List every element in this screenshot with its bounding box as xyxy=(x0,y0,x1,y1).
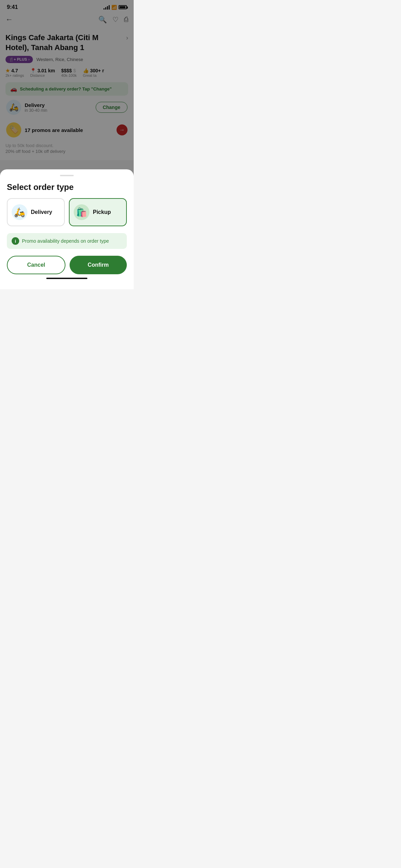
sheet-title: Select order type xyxy=(7,182,127,192)
info-icon: i xyxy=(12,237,19,245)
delivery-option-label: Delivery xyxy=(31,209,52,215)
sheet-handle xyxy=(60,175,74,176)
home-indicator xyxy=(46,278,87,279)
confirm-button[interactable]: Confirm xyxy=(70,256,127,274)
promo-info-banner: i Promo availability depends on order ty… xyxy=(7,233,127,249)
bottom-sheet: Select order type 🛵 Delivery 🛍️ Pickup i… xyxy=(0,169,134,289)
action-buttons: Cancel Confirm xyxy=(7,256,127,274)
promo-info-text: Promo availability depends on order type xyxy=(22,238,109,244)
cancel-button[interactable]: Cancel xyxy=(7,256,65,274)
pickup-option-label: Pickup xyxy=(93,209,111,215)
delivery-option[interactable]: 🛵 Delivery xyxy=(7,198,65,226)
pickup-option-icon: 🛍️ xyxy=(74,204,89,220)
pickup-option[interactable]: 🛍️ Pickup xyxy=(69,198,127,226)
order-options: 🛵 Delivery 🛍️ Pickup xyxy=(7,198,127,226)
delivery-option-icon: 🛵 xyxy=(12,204,27,220)
